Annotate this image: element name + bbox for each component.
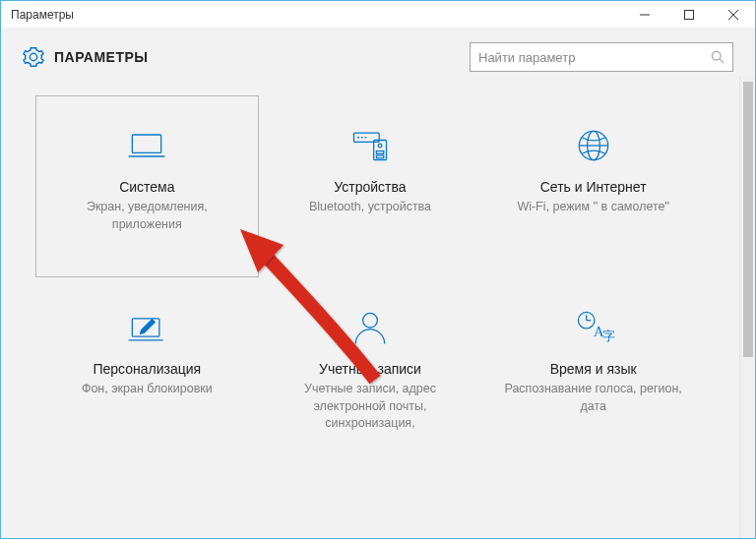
window-title: Параметры (11, 8, 74, 22)
titlebar: Параметры (1, 1, 755, 29)
tile-title: Время и язык (550, 361, 637, 377)
tile-personalization[interactable]: Персонализация Фон, экран блокировки (35, 277, 259, 459)
scrollbar[interactable] (739, 76, 755, 538)
search-icon (711, 50, 724, 64)
tile-title: Сеть и Интернет (540, 179, 647, 195)
tile-desc: Wi-Fi, режим " в самолете" (511, 199, 675, 216)
search-input[interactable] (478, 50, 711, 65)
maximize-button[interactable] (666, 1, 711, 29)
tile-system[interactable]: Система Экран, уведомления, приложения (35, 95, 259, 277)
window-controls (622, 1, 755, 29)
tile-desc: Экран, уведомления, приложения (52, 199, 242, 233)
svg-rect-12 (374, 141, 387, 160)
tile-title: Система (119, 179, 174, 195)
gear-icon (23, 46, 44, 68)
maximize-icon (684, 10, 694, 20)
scrollbar-thumb[interactable] (743, 82, 753, 357)
svg-rect-14 (376, 151, 383, 154)
tile-title: Персонализация (93, 361, 201, 377)
minimize-icon (640, 10, 650, 20)
devices-icon (348, 124, 392, 167)
search-box[interactable] (470, 42, 733, 72)
tile-desc: Учетные записи, адрес электронной почты,… (276, 381, 466, 433)
svg-point-21 (363, 313, 378, 328)
svg-rect-15 (376, 155, 383, 158)
tile-devices[interactable]: Устройства Bluetooth, устройства (259, 95, 482, 277)
svg-text:字: 字 (602, 329, 615, 343)
tile-title: Учетные записи (319, 361, 421, 377)
system-icon (125, 124, 168, 167)
svg-point-13 (378, 144, 382, 148)
svg-line-5 (720, 59, 724, 63)
close-icon (728, 10, 738, 20)
svg-rect-1 (684, 10, 693, 19)
tile-title: Устройства (334, 179, 406, 195)
header: ПАРАМЕТРЫ (1, 29, 755, 76)
page-title: ПАРАМЕТРЫ (54, 49, 149, 65)
personalization-icon (125, 306, 168, 349)
tile-desc: Bluetooth, устройства (303, 199, 437, 216)
tile-accounts[interactable]: Учетные записи Учетные записи, адрес эле… (259, 277, 482, 459)
globe-icon (572, 124, 615, 167)
svg-rect-6 (133, 135, 161, 152)
tile-desc: Распознавание голоса, регион, дата (498, 381, 688, 415)
tiles-grid: Система Экран, уведомления, приложения У… (35, 95, 705, 459)
tiles-container: Система Экран, уведомления, приложения У… (1, 76, 739, 538)
tile-network[interactable]: Сеть и Интернет Wi-Fi, режим " в самолет… (481, 95, 705, 277)
close-button[interactable] (711, 1, 755, 29)
time-language-icon: A字 (572, 306, 615, 349)
settings-window: Параметры ПАРАМЕТРЫ (0, 0, 756, 539)
header-left: ПАРАМЕТРЫ (23, 46, 149, 68)
tile-desc: Фон, экран блокировки (76, 381, 219, 398)
content-area: Система Экран, уведомления, приложения У… (1, 76, 755, 538)
tile-time-language[interactable]: A字 Время и язык Распознавание голоса, ре… (481, 277, 705, 459)
minimize-button[interactable] (622, 1, 666, 29)
svg-point-4 (712, 51, 721, 60)
person-icon (348, 306, 392, 349)
